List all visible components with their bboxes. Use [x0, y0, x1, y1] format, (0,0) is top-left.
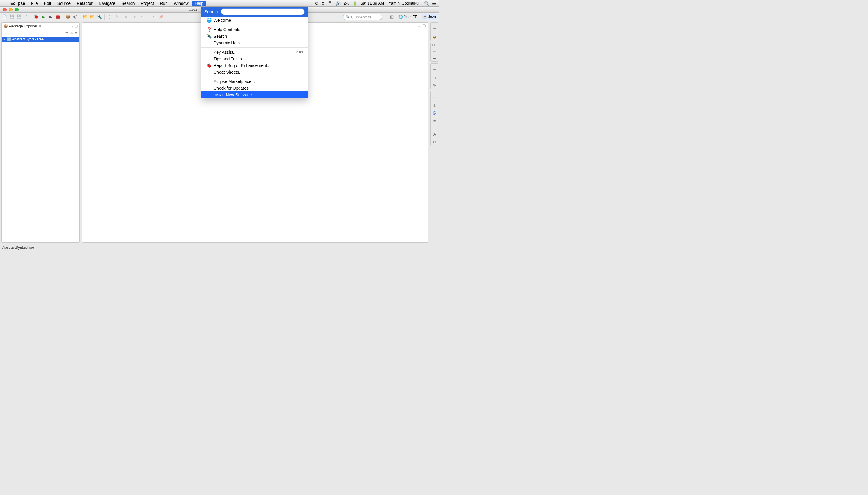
timemachine-icon[interactable]: ↻: [315, 1, 318, 6]
external-tools-button[interactable]: 🧰: [55, 14, 61, 20]
next-annotation-button: ⇥: [130, 14, 137, 20]
restore-icon[interactable]: ▢: [431, 68, 437, 73]
help-cheat-sheets[interactable]: Cheat Sheets...: [201, 69, 308, 75]
wifi-icon[interactable]: [327, 1, 332, 6]
help-report-bug[interactable]: 🐞 Report Bug or Enhancement...: [201, 62, 308, 69]
problems-icon[interactable]: ⚠: [431, 103, 437, 108]
menu-search[interactable]: Search: [118, 1, 138, 6]
restore-icon[interactable]: ▢: [431, 47, 437, 53]
status-bar: AbstractSyntaxTree: [0, 244, 439, 251]
back-button[interactable]: ⟵: [141, 14, 147, 20]
package-explorer-tree[interactable]: ▸ AbstractSyntaxTree: [1, 36, 79, 242]
clock[interactable]: Sat 11:39 AM: [360, 1, 384, 5]
search-button[interactable]: 🔦: [96, 14, 103, 20]
window-zoom-button[interactable]: [15, 8, 19, 12]
project-node[interactable]: ▸ AbstractSyntaxTree: [1, 36, 79, 42]
separator: [31, 14, 31, 20]
spotlight-icon[interactable]: 🔍: [424, 1, 429, 6]
new-class-button[interactable]: Ⓒ: [72, 14, 78, 20]
help-key-assist-label: Key Assist...: [214, 50, 236, 55]
close-icon[interactable]: ✕: [39, 24, 41, 28]
help-search-input[interactable]: [221, 8, 305, 15]
dock-handle[interactable]: [432, 65, 437, 66]
restore-icon[interactable]: ▢: [431, 27, 437, 32]
coverage-button[interactable]: ▶: [47, 14, 54, 20]
minimize-editor-icon[interactable]: ▭: [418, 24, 421, 27]
search-icon: 🔦: [206, 34, 212, 39]
menu-project[interactable]: Project: [138, 1, 157, 6]
task-list-icon[interactable]: ◒: [431, 34, 437, 39]
help-search-item[interactable]: 🔦 Search: [201, 33, 308, 39]
pin-editor-button: 📌: [158, 14, 164, 20]
package-explorer-toolbar: ⊟ ⇆ ◉ ▾: [1, 30, 79, 36]
javadoc-icon[interactable]: @: [431, 110, 437, 116]
notification-center-icon[interactable]: ☰: [432, 1, 436, 6]
help-tips[interactable]: Tips and Tricks...: [201, 55, 308, 62]
help-contents[interactable]: ❓ Help Contents: [201, 26, 308, 33]
menu-source[interactable]: Source: [54, 1, 74, 6]
quick-access-field[interactable]: 🔍 Quick Access: [343, 14, 382, 20]
menu-edit[interactable]: Edit: [41, 1, 54, 6]
maximize-view-icon[interactable]: ▢: [74, 24, 77, 28]
volume-icon[interactable]: 🔊: [335, 1, 340, 6]
menu-help[interactable]: Help: [192, 1, 207, 6]
help-report-bug-label: Report Bug or Enhancement...: [214, 63, 270, 68]
window-close-button[interactable]: [3, 8, 7, 12]
app-name[interactable]: Eclipse: [7, 1, 28, 6]
package-explorer-tab[interactable]: 📦 Package Explorer ✕ ▭ ▢: [1, 23, 79, 30]
menu-navigate[interactable]: Navigate: [95, 1, 118, 6]
project-name: AbstractSyntaxTree: [12, 37, 44, 41]
window-minimize-button[interactable]: [9, 8, 13, 12]
help-search-label: Search: [205, 10, 218, 14]
open-task-button[interactable]: 📂: [89, 14, 95, 20]
ant-icon[interactable]: ⊗: [431, 82, 437, 88]
help-contents-icon: ❓: [206, 27, 212, 32]
restore-icon[interactable]: ▢: [431, 96, 437, 101]
user-menu[interactable]: Yamini Gotimukul: [387, 1, 421, 5]
save-all-button: 💾: [16, 14, 22, 20]
help-install-new-software[interactable]: Install New Software...: [201, 91, 308, 98]
debug-button[interactable]: 🐞: [33, 14, 39, 20]
help-cheat-sheets-label: Cheat Sheets...: [214, 70, 243, 74]
help-install-new-software-label: Install New Software...: [214, 92, 255, 97]
error-log-icon[interactable]: ⊗: [431, 132, 437, 137]
perspective-java[interactable]: ☕Java: [421, 14, 438, 20]
view-menu-icon[interactable]: ▾: [75, 31, 77, 35]
expand-arrow-icon[interactable]: ▸: [4, 38, 5, 41]
menu-file[interactable]: File: [28, 1, 41, 6]
dock-handle[interactable]: [432, 45, 437, 46]
new-button[interactable]: 📄: [1, 14, 8, 20]
package-explorer-icon: 📦: [3, 24, 7, 28]
dock-handle[interactable]: [432, 93, 437, 94]
dock-group-2: ▢ ☰: [430, 43, 438, 62]
menu-window[interactable]: Window: [171, 1, 192, 6]
battery-icon[interactable]: 🔋: [352, 1, 357, 6]
open-type-button[interactable]: 📂: [82, 14, 88, 20]
new-package-button[interactable]: 📦: [65, 14, 71, 20]
menu-refactor[interactable]: Refactor: [74, 1, 95, 6]
welcome-icon: 🌐: [206, 18, 212, 23]
outline-icon[interactable]: ☰: [431, 55, 437, 60]
maximize-editor-icon[interactable]: ▢: [423, 24, 426, 27]
help-welcome[interactable]: 🌐 Welcome: [201, 17, 308, 23]
menu-run[interactable]: Run: [157, 1, 171, 6]
console-icon[interactable]: ▭: [431, 125, 437, 130]
package-explorer-view: 📦 Package Explorer ✕ ▭ ▢ ⊟ ⇆ ◉ ▾ ▸ Abstr…: [1, 22, 79, 243]
link-editor-icon[interactable]: ⇆: [66, 31, 69, 35]
collapse-all-icon[interactable]: ⊟: [60, 31, 64, 35]
declaration-icon[interactable]: ▣: [431, 117, 437, 123]
outline-view-icon[interactable]: □: [431, 75, 437, 81]
help-dynamic-help[interactable]: Dynamic Help: [201, 39, 308, 46]
history-icon[interactable]: ⊗: [431, 139, 437, 144]
perspective-java-ee[interactable]: 🌐Java EE: [396, 14, 420, 20]
minimize-view-icon[interactable]: ▭: [70, 24, 73, 28]
open-perspective-button[interactable]: ◫: [388, 14, 395, 20]
help-check-updates[interactable]: Check for Updates: [201, 85, 308, 91]
perspective-java-ee-label: Java EE: [404, 15, 418, 19]
run-button[interactable]: ▶: [40, 14, 47, 20]
forward-button: ⟶: [148, 14, 155, 20]
help-key-assist[interactable]: Key Assist... ⇧⌘L: [201, 49, 308, 55]
dock-handle[interactable]: [432, 24, 437, 25]
help-marketplace[interactable]: Eclipse Marketplace...: [201, 78, 308, 85]
bluetooth-icon[interactable]: ⚼: [321, 1, 324, 6]
